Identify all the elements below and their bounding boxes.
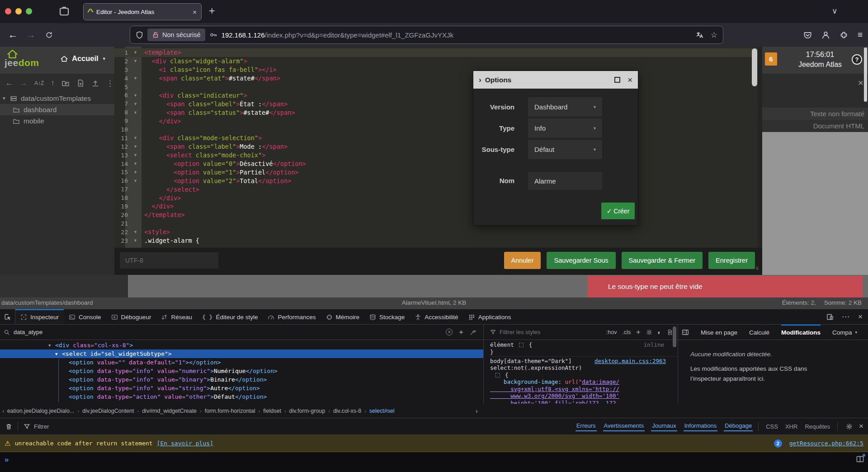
devtools-close-icon[interactable]: × — [858, 312, 863, 321]
dialog-close-icon[interactable]: × — [627, 75, 632, 85]
console-settings-icon[interactable] — [846, 423, 853, 430]
tab-close-icon[interactable]: × — [193, 8, 197, 16]
browser-tab-active[interactable]: ^ Editor - Jeedom Atlas × — [83, 3, 202, 20]
fm-up-icon[interactable]: ↑ — [51, 79, 55, 88]
sauvegarder-fermer-button[interactable]: Sauvegarder & Fermer — [622, 252, 703, 269]
add-rule-icon[interactable]: + — [636, 328, 640, 336]
account-icon[interactable] — [821, 31, 830, 39]
fold-toggle-icon[interactable]: ▼ — [132, 50, 142, 55]
editor-code-line[interactable]: 5 — [114, 83, 762, 91]
console-close-icon[interactable]: × — [859, 422, 863, 431]
editor-code-line[interactable]: 3 <i class="icon fas fa-bell"></i> — [114, 66, 762, 74]
devtools-tab-applications[interactable]: Applications — [463, 309, 516, 324]
html-tree-row[interactable]: <option data-type="info" value="binary">… — [0, 375, 483, 384]
bookmark-star-icon[interactable]: ☆ — [711, 30, 717, 40]
editor-code-line[interactable]: 2▼ <div class="widget-alarm"> — [114, 57, 762, 66]
editor-code-line[interactable]: 10 — [114, 125, 762, 134]
url-bar[interactable]: Non sécurisé 192.168.1.126/index.php?v=d… — [130, 26, 723, 44]
console-filter-erreurs[interactable]: Erreurs — [576, 421, 597, 431]
html-tree-row[interactable]: <option data-type="info" value="string">… — [0, 384, 483, 392]
css-rule-line[interactable]: background-image: url("data:image/ — [490, 378, 678, 386]
fold-toggle-icon[interactable]: ▼ — [132, 110, 142, 115]
encoding-field[interactable]: UTF-8 — [120, 252, 218, 269]
fold-toggle-icon[interactable]: ▼ — [132, 136, 142, 140]
html-tree-row[interactable]: <option value="" data-default="1"></opti… — [0, 358, 483, 367]
tree-folder-mobile[interactable]: mobile — [0, 115, 114, 127]
editor-code-line[interactable]: 21 — [114, 219, 762, 228]
editor-code-line[interactable]: 22▼<style> — [114, 228, 762, 236]
breadcrumb-scroll-right-icon[interactable]: › — [476, 407, 478, 415]
macos-minimize-button[interactable] — [15, 8, 22, 14]
breadcrumb-item[interactable]: div.form-group — [289, 408, 326, 414]
rules-scrollbar[interactable] — [673, 326, 676, 347]
stylesheet-link[interactable]: desktop.main.css:2963 — [594, 358, 666, 365]
expand-caret-icon[interactable]: ▼ — [55, 352, 62, 356]
pocket-icon[interactable] — [803, 31, 812, 39]
breadcrumb-item[interactable]: fieldset — [263, 408, 281, 414]
clear-console-icon[interactable] — [5, 423, 12, 430]
macos-close-button[interactable] — [5, 8, 11, 14]
fm-new-folder-icon[interactable] — [61, 79, 70, 87]
editor-code-area[interactable]: 1▼<template>2▼ <div class="widget-alarm"… — [114, 48, 762, 245]
reload-button[interactable] — [45, 31, 53, 39]
console-filter-informations[interactable]: Informations — [684, 421, 718, 431]
html-tree-row[interactable]: ▼<select id="sel_widgetSubtype"> — [0, 349, 483, 358]
css-rule-line[interactable]: élément {inline — [490, 341, 678, 349]
css-rule-line[interactable]: select:not(.expressionAttr) — [490, 364, 678, 372]
devtools-tab-performances[interactable]: Performances — [263, 309, 321, 324]
devtools-menu-icon[interactable]: ⋯ — [842, 312, 850, 321]
editor-scrollbar[interactable] — [752, 48, 757, 86]
fold-toggle-icon[interactable]: ▼ — [132, 161, 142, 166]
devtools-tab-débogueur[interactable]: Débogueur — [106, 309, 156, 324]
sidebar-toggle-icon[interactable] — [682, 329, 689, 336]
clear-search-icon[interactable]: × — [446, 329, 453, 335]
forward-button[interactable]: → — [26, 29, 36, 40]
sidebar-tab-modifications[interactable]: Modifications — [781, 325, 821, 340]
editor-code-line[interactable]: 17 </select> — [114, 185, 762, 194]
fold-toggle-icon[interactable]: ▼ — [132, 238, 142, 243]
field-select-type[interactable]: Info▼ — [528, 118, 602, 138]
tracking-shield-icon[interactable] — [136, 31, 143, 39]
new-node-icon[interactable]: + — [459, 328, 463, 337]
back-button[interactable]: ← — [8, 29, 18, 40]
pseudo-class-button[interactable]: :hov — [606, 329, 617, 335]
editor-code-line[interactable]: 14▼ <option value="0">Désactivé</option> — [114, 160, 762, 168]
new-tab-button[interactable]: + — [209, 5, 215, 17]
fold-toggle-icon[interactable]: ▼ — [132, 76, 142, 80]
editor-code-line[interactable]: 6▼ <div class="indicateur"> — [114, 91, 762, 99]
breadcrumb-item[interactable]: form.form-horizontal — [205, 408, 255, 414]
fm-forward-icon[interactable]: → — [20, 79, 28, 88]
tree-caret-icon[interactable]: ▼ — [2, 96, 6, 101]
learn-more-link[interactable]: [En savoir plus] — [157, 440, 213, 447]
pick-element-icon[interactable] — [0, 309, 15, 324]
fold-toggle-icon[interactable]: ▼ — [132, 59, 142, 63]
devtools-tab-console[interactable]: Console — [64, 309, 106, 324]
breadcrumb-scroll-left-icon[interactable]: ‹ — [0, 407, 7, 415]
macos-maximize-button[interactable] — [26, 8, 32, 14]
notification-badge[interactable]: 6 — [765, 52, 777, 66]
html-tree-row[interactable]: <option data-type="action" value="other"… — [0, 392, 483, 401]
css-rule-line[interactable]: } — [490, 349, 678, 356]
print-media-icon[interactable]: ◐ — [658, 329, 661, 336]
console-filter-requêtes[interactable]: Requêtes — [805, 423, 830, 430]
editor-code-line[interactable]: 18 </div> — [114, 194, 762, 202]
nav-accueil[interactable]: Accueil ▼ — [60, 54, 106, 63]
editor-code-line[interactable]: 13▼ <select class="mode-choix"> — [114, 151, 762, 160]
editor-code-line[interactable]: 19 </div> — [114, 202, 762, 211]
console-filter-avertissements[interactable]: Avertissements — [603, 421, 645, 431]
editor-code-line[interactable]: 11▼ <div class="mode-selection"> — [114, 134, 762, 142]
console-filter-débogage[interactable]: Débogage — [724, 421, 753, 431]
expand-caret-icon[interactable]: ▼ — [48, 343, 55, 348]
console-input-row[interactable]: » — [0, 452, 868, 472]
console-filter-journaux[interactable]: Journaux — [651, 421, 677, 431]
devtools-tab-inspecteur[interactable]: Inspecteur — [15, 309, 64, 324]
html-tree[interactable]: ▼<div class="col-xs-8">▼<select id="sel_… — [0, 340, 483, 404]
fm-back-icon[interactable]: ← — [5, 79, 13, 88]
extensions-icon[interactable] — [840, 31, 848, 39]
highlight-grid-icon[interactable] — [495, 373, 500, 378]
tree-folder-dashboard[interactable]: dashboard — [0, 104, 114, 115]
css-rule-line[interactable]: www.w3.org/2000/svg' width='100' — [490, 392, 678, 400]
fold-toggle-icon[interactable]: ▼ — [132, 230, 142, 234]
eyedropper-icon[interactable] — [470, 329, 476, 335]
devtools-tab-accessibilité[interactable]: Accessibilité — [410, 309, 463, 324]
